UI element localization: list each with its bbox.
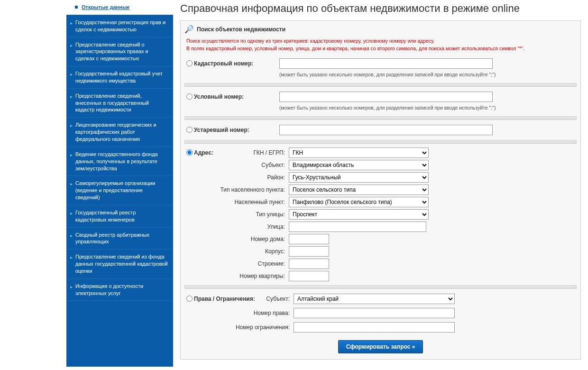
row-settlement-type: Тип населенного пункта: Поселок сельског… [184, 184, 577, 196]
input-right-no[interactable] [294, 308, 455, 318]
sidebar-item-cadastral-record[interactable]: ▸ Государственный кадастровый учет недви… [66, 66, 173, 89]
sidebar-item-label: Информация о доступности электронных усл… [75, 283, 168, 297]
chevron-right-icon: ▸ [70, 93, 73, 100]
row-district: Район: Гусь-Хрустальный [184, 171, 577, 184]
radio-cadastral[interactable] [186, 60, 193, 66]
select-district[interactable]: Гусь-Хрустальный [289, 172, 429, 183]
input-cadastral[interactable] [279, 58, 493, 69]
sidebar-item-engineers[interactable]: ▸ Государственный реестр кадастровых инж… [66, 205, 173, 228]
label-subject: Субъект: [194, 162, 289, 168]
search-panel: 🔎 Поиск объектов недвижимости Поиск осущ… [180, 20, 581, 360]
panel-header: 🔎 Поиск объектов недвижимости [184, 25, 577, 37]
chevron-right-icon: ▸ [70, 152, 73, 158]
select-settlement-type[interactable]: Поселок сельского типа [289, 185, 429, 195]
sidebar-item-label: Государственный кадастровый учет недвижи… [75, 70, 168, 84]
input-conditional[interactable] [279, 92, 493, 102]
row-street: Улица: [184, 221, 577, 233]
label-cadastral: Кадастровый номер: [194, 60, 279, 67]
sidebar-item-arbitration[interactable]: ▸ Сводный реестр арбитражных управляющих [66, 228, 173, 250]
chevron-right-icon: ▸ [70, 71, 73, 78]
chevron-right-icon: ▸ [70, 122, 73, 129]
sidebar-item-fund[interactable]: ▸ Ведение государственного фонда данных,… [66, 147, 173, 176]
label-street-type: Тип улицы: [194, 211, 289, 218]
input-building[interactable] [289, 246, 329, 257]
chevron-right-icon: ▸ [70, 181, 73, 187]
label-building: Корпус: [194, 248, 289, 255]
page-title: Справочная информация по объектам недвиж… [180, 2, 581, 15]
row-apartment: Номер квартиры: [184, 270, 577, 282]
input-obsolete[interactable] [279, 125, 493, 135]
select-settlement[interactable]: Панфилово (Поселок сельского типа) [289, 197, 429, 207]
label-district: Район: [194, 174, 289, 181]
label-house: Номер дома: [194, 236, 289, 242]
label-apartment: Номер квартиры: [194, 273, 289, 279]
label-settlement: Населенный пункт: [194, 199, 289, 205]
radio-conditional[interactable] [186, 93, 193, 100]
chevron-right-icon: ▸ [70, 20, 73, 27]
sidebar-item-label: Предоставление сведений, внесенных в гос… [75, 92, 168, 114]
chevron-right-icon: ▸ [70, 42, 73, 49]
row-subject: Субъект: Владимирская область [184, 159, 577, 171]
label-street: Улица: [194, 223, 289, 230]
sidebar-item-label: Предоставление сведений о зарегистрирова… [75, 41, 168, 63]
divider [184, 83, 577, 87]
label-right-no: Номер права: [194, 310, 294, 316]
sidebar-item-label: Государственный реестр кадастровых инжен… [75, 209, 168, 223]
row-rights: Права / Ограничения: Субъект: Алтайский … [184, 292, 577, 306]
sidebar-item-licensing[interactable]: ▸ Лицензирование геодезических и картогр… [66, 118, 173, 147]
row-conditional: Условный номер: [184, 90, 577, 104]
main-content: Справочная информация по объектам недвиж… [173, 0, 588, 367]
sidebar-item-label: Предоставление сведений из фонда данных … [75, 253, 168, 275]
radio-obsolete[interactable] [186, 127, 193, 133]
sidebar-item-label: Государственная регистрация прав и сдело… [75, 19, 168, 33]
search-icon: 🔎 [184, 25, 194, 34]
divider [184, 285, 577, 289]
select-subject[interactable]: Владимирская область [289, 160, 429, 170]
submit-row: Сформировать запрос » [184, 334, 577, 353]
chevron-right-icon: ▸ [70, 232, 73, 239]
radio-address[interactable] [186, 149, 193, 156]
select-gkn[interactable]: ГКН [289, 148, 429, 158]
select-rights-subject[interactable]: Алтайский край [294, 294, 455, 304]
sidebar-item-rights-info[interactable]: ▸ Предоставление сведений о зарегистриро… [66, 37, 173, 67]
chevron-right-icon: ▸ [70, 284, 73, 290]
row-structure: Строение: [184, 258, 577, 270]
sidebar-item-label: Саморегулируемые организации (ведение и … [75, 180, 168, 201]
input-apartment[interactable] [289, 271, 329, 281]
address-block: Адрес: ГКН / ЕГРП: ГКН Субъект: Владимир… [184, 147, 577, 282]
input-restriction-no[interactable] [294, 322, 455, 333]
sidebar-item-label: Лицензирование геодезических и картограф… [75, 121, 168, 143]
row-right-no: Номер права: [184, 306, 577, 320]
submit-button[interactable]: Сформировать запрос » [338, 340, 423, 353]
row-cadastral: Кадастровый номер: [184, 56, 577, 71]
label-obsolete: Устаревший номер: [194, 127, 279, 133]
label-address: Адрес: [194, 149, 222, 156]
sidebar-item-registration[interactable]: ▸ Государственная регистрация прав и сде… [66, 15, 173, 37]
sidebar-item-eservices[interactable]: ▸ Информация о доступности электронных у… [66, 279, 173, 301]
hint-cadastral: (может быть указано несколько номеров, д… [184, 71, 577, 80]
label-settlement-type: Тип населенного пункта: [194, 186, 289, 193]
row-settlement: Населенный пункт: Панфилово (Поселок сел… [184, 196, 577, 208]
sidebar-item-open-data[interactable]: Открытые данные [66, 0, 173, 15]
info-line-2: В полях кадастровый номер, условный номе… [186, 45, 577, 53]
chevron-right-icon: ▸ [70, 210, 73, 217]
input-house[interactable] [289, 234, 329, 244]
select-street-type[interactable]: Проспект [289, 209, 429, 220]
sidebar-item-valuation[interactable]: ▸ Предоставление сведений из фонда данны… [66, 250, 173, 279]
sidebar-item-sro[interactable]: ▸ Саморегулируемые организации (ведение … [66, 176, 173, 205]
label-rights-subject: Субъект: [265, 296, 294, 302]
sidebar-item-cadastre-info[interactable]: ▸ Предоставление сведений, внесенных в г… [66, 89, 173, 118]
label-conditional: Условный номер: [194, 93, 279, 100]
sidebar-item-label: Открытые данные [82, 4, 129, 11]
divider [184, 140, 577, 144]
row-address-gkn: Адрес: ГКН / ЕГРП: ГКН [184, 147, 577, 159]
sidebar-item-label: Ведение государственного фонда данных, п… [75, 151, 168, 172]
input-structure[interactable] [289, 259, 329, 269]
row-obsolete: Устаревший номер: [184, 123, 577, 137]
active-bullet-icon [75, 6, 78, 9]
radio-rights[interactable] [186, 296, 193, 302]
row-restriction-no: Номер ограничения: [184, 320, 577, 334]
label-gkn: ГКН / ЕГРП: [222, 149, 289, 156]
label-structure: Строение: [194, 260, 289, 267]
input-street[interactable] [289, 222, 426, 232]
